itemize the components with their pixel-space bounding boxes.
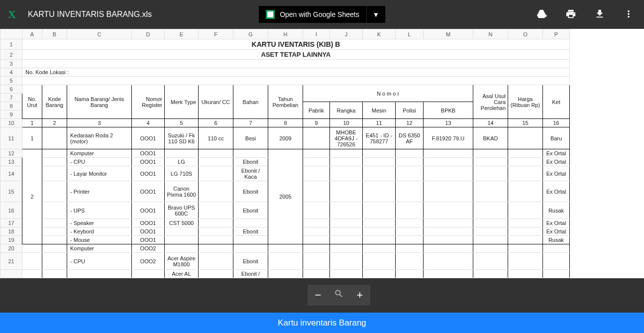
cell[interactable] xyxy=(330,219,363,227)
cell[interactable]: - CPU xyxy=(67,158,132,166)
cell[interactable]: 7 xyxy=(233,119,268,127)
cell[interactable] xyxy=(42,219,67,227)
col-C[interactable]: C xyxy=(67,29,132,39)
cell[interactable] xyxy=(396,166,424,181)
cell[interactable] xyxy=(508,244,543,253)
cell[interactable]: LG 710S xyxy=(165,166,199,181)
cell[interactable] xyxy=(508,202,543,219)
cell[interactable] xyxy=(303,149,330,158)
cell[interactable] xyxy=(508,149,543,158)
cell[interactable] xyxy=(396,253,424,270)
cell[interactable] xyxy=(42,244,67,253)
hdr-ukuran[interactable]: Ukuran/ CC xyxy=(199,85,233,119)
cell[interactable] xyxy=(303,202,330,219)
cell[interactable]: Ex Ortal xyxy=(543,181,570,202)
cell[interactable] xyxy=(42,181,67,202)
col-N[interactable]: N xyxy=(473,29,508,39)
hdr-asal[interactable]: Asal Usul Cara Perolehan xyxy=(473,85,508,119)
col-P[interactable]: P xyxy=(543,29,570,39)
row-13[interactable]: 13 xyxy=(0,158,22,166)
cell[interactable]: OOO1 xyxy=(132,219,165,227)
row-9[interactable]: 9 xyxy=(0,111,22,119)
hdr-mesin[interactable]: Mesin xyxy=(363,102,396,119)
cell[interactable]: 1 xyxy=(22,127,42,149)
cell[interactable] xyxy=(199,227,233,236)
cell[interactable]: - Layar Monitor xyxy=(67,166,132,181)
cell[interactable] xyxy=(233,236,268,244)
cell[interactable]: 8 xyxy=(268,119,303,127)
cell[interactable] xyxy=(543,244,570,253)
cell[interactable]: Besi xyxy=(233,127,268,149)
cell[interactable]: 1 xyxy=(22,119,42,127)
cell[interactable] xyxy=(132,270,165,278)
cell[interactable] xyxy=(22,77,570,85)
col-O[interactable]: O xyxy=(508,29,543,39)
cell[interactable] xyxy=(42,227,67,236)
cell[interactable] xyxy=(424,158,473,166)
cell[interactable] xyxy=(303,166,330,181)
cell[interactable] xyxy=(396,270,424,278)
cell[interactable] xyxy=(473,270,508,278)
hdr-merk-type[interactable]: Merk Type xyxy=(165,85,199,119)
cell[interactable] xyxy=(424,219,473,227)
cell[interactable] xyxy=(330,149,363,158)
cell[interactable] xyxy=(396,158,424,166)
cell[interactable] xyxy=(363,166,396,181)
row-1[interactable]: 1 xyxy=(0,39,22,50)
cell[interactable] xyxy=(396,227,424,236)
cell[interactable]: 3 xyxy=(67,119,132,127)
print-button[interactable] xyxy=(563,6,578,23)
cell[interactable] xyxy=(508,270,543,278)
cell[interactable]: Kedaraan Roda 2 (motor) xyxy=(67,127,132,149)
open-with-dropdown[interactable]: ▼ xyxy=(367,6,385,23)
col-H[interactable]: H xyxy=(268,29,303,39)
row-6[interactable]: 6 xyxy=(0,85,22,94)
row-3[interactable]: 3 xyxy=(0,60,22,68)
cell[interactable] xyxy=(330,202,363,219)
cell[interactable]: Bravo UPS 600C xyxy=(165,202,199,219)
cell[interactable]: OOO1 xyxy=(132,166,165,181)
cell[interactable] xyxy=(508,219,543,227)
cell[interactable] xyxy=(303,244,330,253)
cell[interactable] xyxy=(199,270,233,278)
row-18[interactable]: 18 xyxy=(0,227,22,236)
col-I[interactable]: I xyxy=(303,29,330,39)
cell[interactable]: Ebonit xyxy=(233,202,268,219)
hdr-pabrik[interactable]: Pabrik xyxy=(303,102,330,119)
cell[interactable]: BKAD xyxy=(473,127,508,149)
col-G[interactable]: G xyxy=(233,29,268,39)
cell[interactable]: LG xyxy=(165,158,199,166)
cell[interactable]: 10 xyxy=(330,119,363,127)
cell[interactable] xyxy=(42,149,67,158)
row-8[interactable]: 8 xyxy=(0,102,22,111)
cell[interactable] xyxy=(330,166,363,181)
cell[interactable] xyxy=(199,219,233,227)
cell[interactable] xyxy=(42,270,67,278)
cell[interactable] xyxy=(330,270,363,278)
cell[interactable] xyxy=(424,166,473,181)
cell[interactable] xyxy=(508,166,543,181)
cell[interactable]: MHOBE 4DFA9J - 726526 xyxy=(330,127,363,149)
cell[interactable]: Rusak xyxy=(543,236,570,244)
cell[interactable] xyxy=(303,270,330,278)
hdr-bahan[interactable]: Bahan xyxy=(233,85,268,119)
row-5[interactable]: 5 xyxy=(0,77,22,85)
cell[interactable] xyxy=(330,158,363,166)
hdr-harga[interactable]: Harga (Ribuan Rp) xyxy=(508,85,543,119)
cell[interactable] xyxy=(233,244,268,253)
cell[interactable] xyxy=(363,181,396,202)
cell[interactable] xyxy=(42,253,67,270)
row-21[interactable]: 21 xyxy=(0,253,22,270)
row-20[interactable]: 20 xyxy=(0,244,22,253)
open-with-button[interactable]: Open with Google Sheets xyxy=(259,6,366,23)
cell[interactable] xyxy=(199,181,233,202)
add-to-drive-button[interactable] xyxy=(535,6,549,23)
cell[interactable]: Ex Ortal xyxy=(543,227,570,236)
cell[interactable] xyxy=(330,253,363,270)
cell[interactable] xyxy=(165,236,199,244)
row-14[interactable]: 14 xyxy=(0,166,22,181)
cell[interactable] xyxy=(42,202,67,219)
cell[interactable] xyxy=(508,227,543,236)
cell[interactable] xyxy=(268,270,303,278)
cell[interactable]: OOO1 xyxy=(132,227,165,236)
